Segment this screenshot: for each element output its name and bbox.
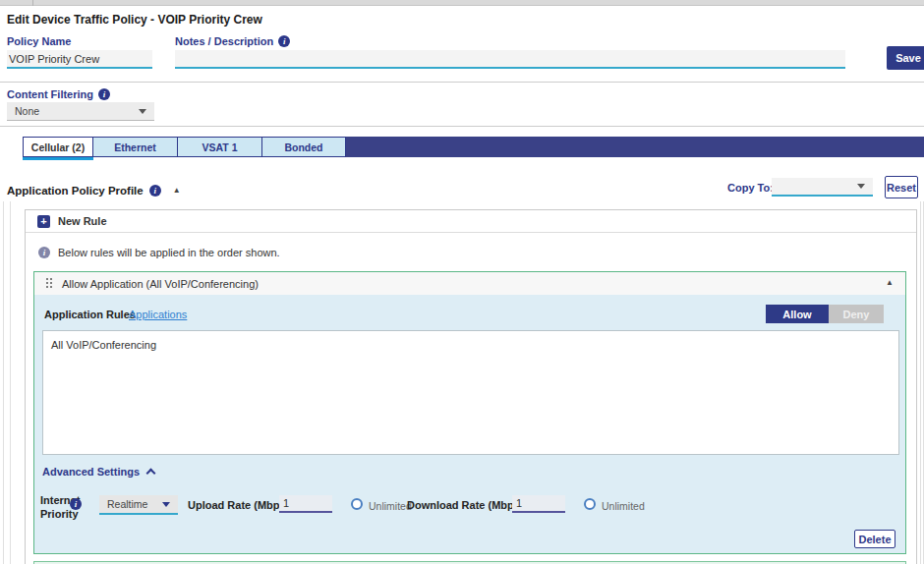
tab-vsat1[interactable]: VSAT 1 <box>177 137 262 157</box>
tabbar-filler <box>345 137 924 157</box>
save-button[interactable]: Save <box>887 46 924 70</box>
rule-card: Allow Application (All VoIP/Conferencing… <box>33 271 906 554</box>
divider <box>0 126 924 127</box>
upload-rate-label: Upload Rate (Mbps) <box>188 499 289 511</box>
new-rule-label: New Rule <box>58 215 107 227</box>
info-icon: i <box>38 247 50 258</box>
upload-rate-input[interactable] <box>279 495 332 513</box>
advanced-settings-label: Advanced Settings <box>42 466 140 478</box>
copy-to-label: Copy To: <box>727 182 774 194</box>
rules-panel: + New Rule i Below rules will be applied… <box>25 209 917 564</box>
rule-title: Allow Application (All VoIP/Conferencing… <box>62 278 259 290</box>
allow-button[interactable]: Allow <box>766 305 829 323</box>
right-border-line <box>920 201 921 564</box>
drag-handle-icon[interactable] <box>46 278 52 289</box>
content-filtering-label: Content Filtering <box>7 88 93 100</box>
chevron-down-icon <box>857 184 865 189</box>
content-filtering-info-icon[interactable]: i <box>98 88 110 100</box>
copy-to-dropdown[interactable] <box>772 178 873 197</box>
upload-unlimited-label: Unlimited <box>369 500 412 512</box>
rule-collapse-icon[interactable]: ▲ <box>886 279 894 287</box>
page-title: Edit Device Traffic Policy - VOIP Priori… <box>7 13 262 27</box>
chevron-down-icon <box>162 502 170 507</box>
rule-header[interactable]: Allow Application (All VoIP/Conferencing… <box>34 272 905 295</box>
reset-button[interactable]: Reset <box>885 176 918 198</box>
advanced-settings-toggle[interactable]: Advanced Settings <box>42 466 154 478</box>
chevron-down-icon <box>139 109 146 114</box>
internet-priority-dropdown[interactable]: Realtime <box>99 495 178 515</box>
notes-label: Notes / Description <box>175 35 273 47</box>
rules-info-row: i Below rules will be applied in the ord… <box>38 247 280 258</box>
delete-button[interactable]: Delete <box>854 530 895 548</box>
policy-name-label: Policy Name <box>7 35 71 47</box>
download-unlimited-radio[interactable] <box>584 498 596 510</box>
edit-device-traffic-policy-page: Edit Device Traffic Policy - VOIP Priori… <box>0 0 924 564</box>
deny-button[interactable]: Deny <box>829 305 884 323</box>
tab-cellular[interactable]: Cellular (2) <box>23 137 93 157</box>
content-filtering-dropdown[interactable]: None <box>7 102 154 121</box>
rules-info-text: Below rules will be applied in the order… <box>58 247 280 258</box>
content-filtering-label-wrap: Content Filtering i <box>7 88 110 100</box>
left-border-line <box>10 201 11 564</box>
plus-icon: + <box>37 215 50 228</box>
tab-bonded[interactable]: Bonded <box>261 137 346 157</box>
application-rules-textarea[interactable]: All VoIP/Conferencing <box>42 330 899 455</box>
download-rate-input[interactable] <box>512 495 565 513</box>
application-rules-label: Application Rules <box>44 309 136 320</box>
allow-deny-toggle: Allow Deny <box>766 305 884 323</box>
notes-input[interactable] <box>175 50 845 69</box>
chevron-up-icon <box>146 469 156 479</box>
application-policy-profile-title: Application Policy Profile <box>7 185 144 197</box>
internet-priority-value: Realtime <box>107 498 147 510</box>
application-policy-profile-title-wrap: Application Policy Profile i ▲ <box>7 185 181 197</box>
window-top-strip <box>0 0 924 6</box>
divider <box>0 82 924 83</box>
policy-name-input[interactable] <box>7 50 152 69</box>
content-filtering-value: None <box>15 105 39 117</box>
new-rule-button[interactable]: + New Rule <box>26 210 916 233</box>
internet-priority-info-icon[interactable]: i <box>70 498 82 510</box>
active-tab-underline <box>23 157 93 160</box>
notes-label-wrap: Notes / Description i <box>175 35 290 47</box>
profile-info-icon[interactable]: i <box>149 185 161 197</box>
tab-ethernet[interactable]: Ethernet <box>92 137 178 157</box>
internet-priority-label: Internet Priority <box>40 494 89 522</box>
rule-body: Application Rules Applications Allow Den… <box>34 295 905 553</box>
download-unlimited-label: Unlimited <box>602 500 645 512</box>
profile-collapse-icon[interactable]: ▲ <box>173 187 181 195</box>
notes-info-icon[interactable]: i <box>278 35 290 47</box>
left-border-line <box>3 201 4 564</box>
applications-link[interactable]: Applications <box>129 309 187 320</box>
upload-unlimited-radio[interactable] <box>351 498 363 510</box>
download-rate-label: Download Rate (Mbps) <box>407 499 524 511</box>
window-top-strip-divider <box>32 0 33 6</box>
